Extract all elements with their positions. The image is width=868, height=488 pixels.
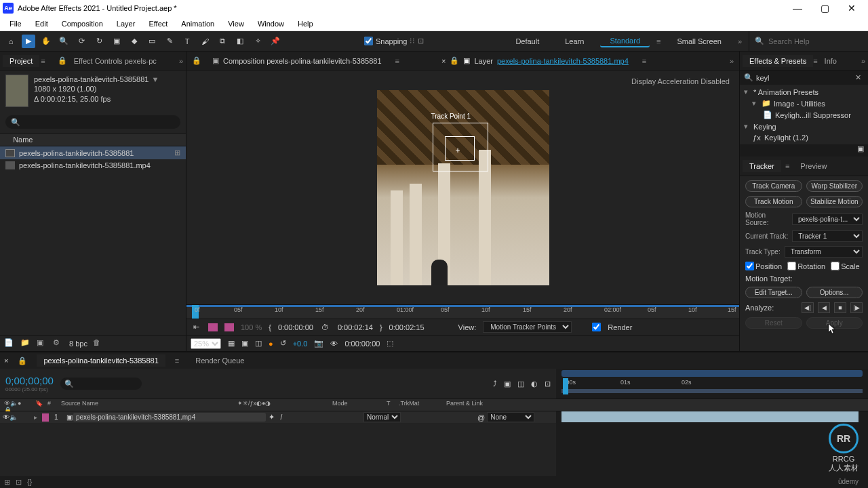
- bpc-toggle[interactable]: 8 bpc: [69, 340, 87, 348]
- current-time-icon[interactable]: ⏱: [320, 323, 331, 331]
- project-tabs-overflow-icon[interactable]: »: [179, 57, 183, 65]
- rotation-checkbox[interactable]: Rotation: [787, 262, 825, 270]
- preview-time[interactable]: 0:00:00:00: [344, 340, 380, 348]
- position-checkbox[interactable]: Position: [745, 262, 782, 270]
- timeline-layer-row[interactable]: 👁🔈 ▸ 1 ▣ pexels-polina-tankilevitch-5385…: [0, 411, 556, 424]
- workspace-overflow-icon[interactable]: »: [738, 37, 742, 45]
- composition-viewer-tab[interactable]: ▣ Composition pexels-polina-tankilevitch…: [207, 54, 387, 67]
- frame-blend-icon[interactable]: ◫: [517, 380, 524, 388]
- brush-tool[interactable]: 🖌: [198, 35, 212, 48]
- layer-viewport[interactable]: Display Acceleration Disabled Track Poin…: [186, 70, 739, 304]
- resolution-icon[interactable]: ▦: [228, 339, 235, 348]
- snapping-toggle[interactable]: Snapping ⁝⁝ ⊡: [364, 37, 425, 45]
- rotate-tool[interactable]: ↻: [92, 35, 106, 48]
- workspace-standard[interactable]: Standard: [600, 35, 650, 47]
- workspace-small-screen[interactable]: Small Screen: [667, 36, 730, 47]
- new-comp-icon[interactable]: ▣: [37, 338, 47, 349]
- track-type-select[interactable]: Transform: [785, 246, 863, 258]
- pickwhip-icon[interactable]: @: [477, 413, 485, 422]
- close-tab-icon[interactable]: ×: [441, 57, 446, 65]
- tracker-tab[interactable]: Tracker: [743, 160, 781, 172]
- shy-icon[interactable]: ⤴: [493, 380, 497, 388]
- right-tabs-overflow-icon[interactable]: »: [861, 57, 865, 65]
- lock-icon[interactable]: 🔒: [192, 56, 199, 65]
- draft3d-icon[interactable]: ▣: [504, 380, 511, 388]
- layer-time-ruler[interactable]: 0f 05f 10f 15f 20f 01:00f 05f 10f 15f 20…: [186, 304, 739, 319]
- project-settings-icon[interactable]: ⚙: [53, 338, 64, 349]
- timeline-navigator[interactable]: :00s 01s 02s: [556, 369, 868, 399]
- current-track-select[interactable]: Tracker 1: [792, 230, 863, 242]
- track-point-attach[interactable]: +: [456, 146, 460, 155]
- clone-tool[interactable]: ⧉: [216, 35, 229, 48]
- clear-search-icon[interactable]: ✕: [852, 73, 864, 82]
- effect-controls-tab[interactable]: Effect Controls pexels-pc: [67, 55, 163, 67]
- switch-icon[interactable]: ✦: [269, 413, 275, 422]
- motion-blur-icon[interactable]: ◐: [531, 380, 538, 388]
- analyze-forward-button[interactable]: |▶: [850, 302, 863, 313]
- menu-effect[interactable]: Effect: [142, 18, 174, 29]
- transparency-grid-icon[interactable]: ▣: [241, 339, 248, 348]
- timeline-search[interactable]: 🔍: [60, 378, 142, 390]
- toggle-in-out-icon[interactable]: {}: [27, 478, 32, 486]
- flowchart-icon[interactable]: ⊞: [174, 148, 180, 157]
- lock-icon[interactable]: 🔒: [58, 56, 67, 65]
- layer-duration-bar[interactable]: [561, 411, 859, 422]
- home-tool[interactable]: ⌂: [4, 35, 18, 48]
- type-tool[interactable]: T: [180, 35, 194, 48]
- tab-menu-icon[interactable]: ≡: [642, 57, 646, 65]
- blend-mode-select[interactable]: Normal: [363, 412, 401, 422]
- options-button[interactable]: Options...: [806, 287, 863, 298]
- tree-row-keylight-suppressor[interactable]: 📄Keyligh...ill Suppressor: [740, 109, 868, 121]
- in-time[interactable]: 0:00:00:00: [278, 323, 313, 331]
- tracker-panel-menu-icon[interactable]: ≡: [785, 162, 789, 170]
- scale-checkbox[interactable]: Scale: [831, 262, 860, 270]
- graph-editor-icon[interactable]: ⊡: [545, 380, 551, 388]
- analyze-backward-button[interactable]: ◀: [818, 302, 830, 313]
- menu-edit[interactable]: Edit: [28, 18, 55, 29]
- current-time[interactable]: 0:00:02:14: [338, 323, 373, 331]
- show-snapshot-icon[interactable]: 👁: [330, 340, 338, 348]
- motion-source-select[interactable]: pexels-polina-t...: [792, 214, 863, 225]
- delete-icon[interactable]: 🗑: [93, 338, 104, 349]
- viewer-tabs-overflow-icon[interactable]: »: [730, 57, 734, 65]
- layer-source-link[interactable]: pexels-polina-tankilevitch-5385881.mp4: [497, 57, 629, 65]
- project-item-footage[interactable]: pexels-polina-tankilevitch-5385881.mp4: [0, 159, 186, 171]
- out-point-icon[interactable]: [224, 323, 234, 331]
- stabilize-motion-button[interactable]: Stabilize Motion: [806, 196, 863, 207]
- roto-tool[interactable]: ✧: [251, 35, 264, 48]
- menu-animation[interactable]: Animation: [174, 18, 221, 29]
- tree-row-animation-presets[interactable]: ▾* Animation Presets: [740, 86, 868, 98]
- project-list-header-name[interactable]: Name: [0, 133, 186, 146]
- region-icon[interactable]: ⬚: [387, 339, 393, 348]
- render-checkbox[interactable]: [592, 323, 601, 331]
- exposure-value[interactable]: +0.0: [293, 340, 308, 348]
- view-mode-select[interactable]: Motion Tracker Points: [483, 321, 572, 333]
- menu-window[interactable]: Window: [251, 18, 291, 29]
- selection-tool[interactable]: ▶: [22, 35, 35, 48]
- lock-icon[interactable]: 🔒: [450, 56, 459, 65]
- layer-name[interactable]: pexels-polina-tankilevitch-5385881.mp4: [73, 413, 266, 422]
- window-minimize-button[interactable]: —: [784, 0, 811, 16]
- current-timecode[interactable]: 0;00;00;00: [5, 375, 54, 386]
- tree-row-image-utilities[interactable]: ▾📁Image - Utilities: [740, 98, 868, 109]
- interpret-footage-icon[interactable]: 📄: [4, 338, 15, 349]
- timeline-playhead[interactable]: [563, 378, 568, 394]
- reset-exposure-icon[interactable]: ↺: [280, 339, 286, 348]
- new-folder-icon[interactable]: 📁: [20, 338, 31, 349]
- menu-layer[interactable]: Layer: [110, 18, 142, 29]
- parent-select[interactable]: None: [487, 412, 534, 422]
- preview-tab[interactable]: Preview: [793, 160, 833, 172]
- timeline-tab-menu-icon[interactable]: ≡: [175, 357, 179, 365]
- project-item-comp[interactable]: pexels-polina-tankilevitch-5385881 ⊞: [0, 146, 186, 159]
- work-area-bar[interactable]: [561, 389, 863, 393]
- lock-icon[interactable]: 🔒: [18, 357, 27, 365]
- window-maximize-button[interactable]: ▢: [811, 0, 838, 16]
- layer-viewer-tab[interactable]: × 🔒 ▣ Layer pexels-polina-tankilevitch-5…: [436, 54, 634, 67]
- search-help[interactable]: 🔍: [749, 31, 864, 52]
- in-out-icon[interactable]: [208, 323, 218, 331]
- pan-behind-tool[interactable]: ◆: [127, 35, 141, 48]
- menu-composition[interactable]: Composition: [55, 18, 110, 29]
- camera-tool[interactable]: ▣: [110, 35, 123, 48]
- snapshot-icon[interactable]: 📷: [314, 339, 323, 348]
- mask-icon[interactable]: ◫: [255, 339, 262, 348]
